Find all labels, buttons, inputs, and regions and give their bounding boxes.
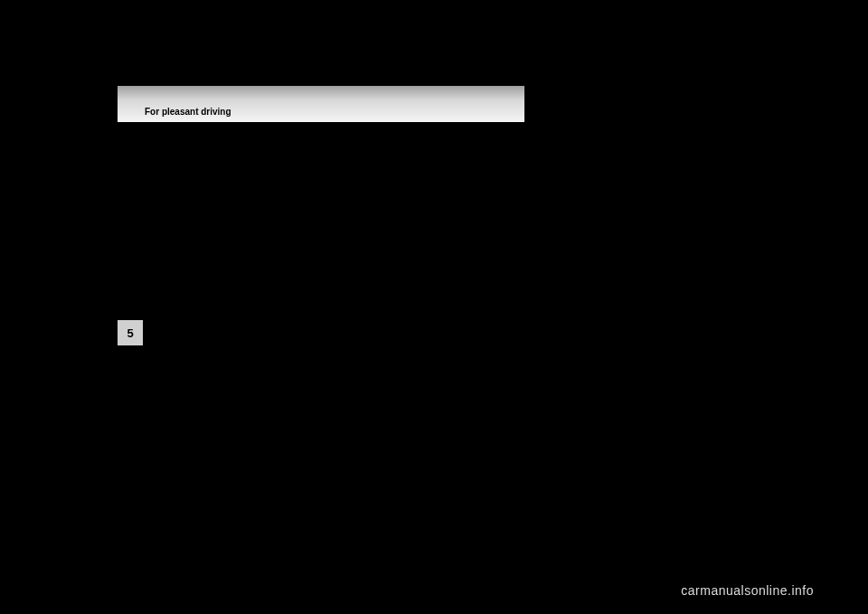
watermark: carmanualsonline.info [681,583,814,598]
chapter-tab: 5 [118,320,143,345]
chapter-number: 5 [127,326,133,340]
page-header-title: For pleasant driving [145,107,231,117]
page-header: For pleasant driving [118,86,524,122]
